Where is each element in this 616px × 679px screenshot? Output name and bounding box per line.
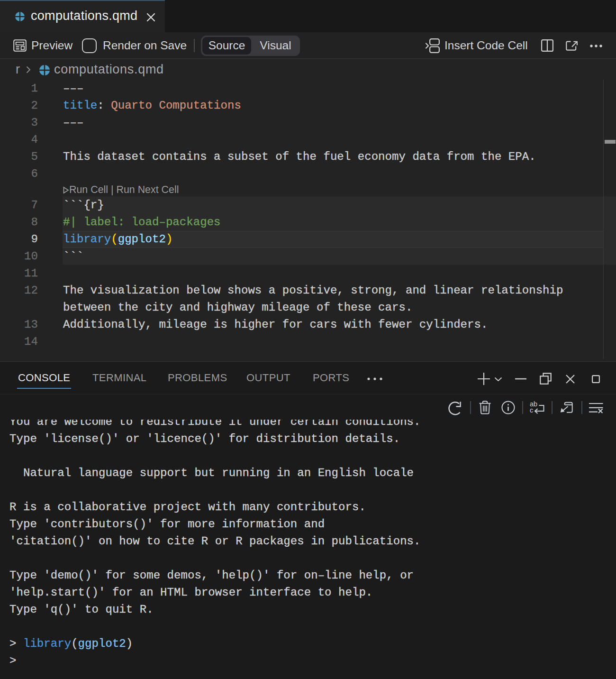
svg-text:c: c: [530, 406, 533, 414]
